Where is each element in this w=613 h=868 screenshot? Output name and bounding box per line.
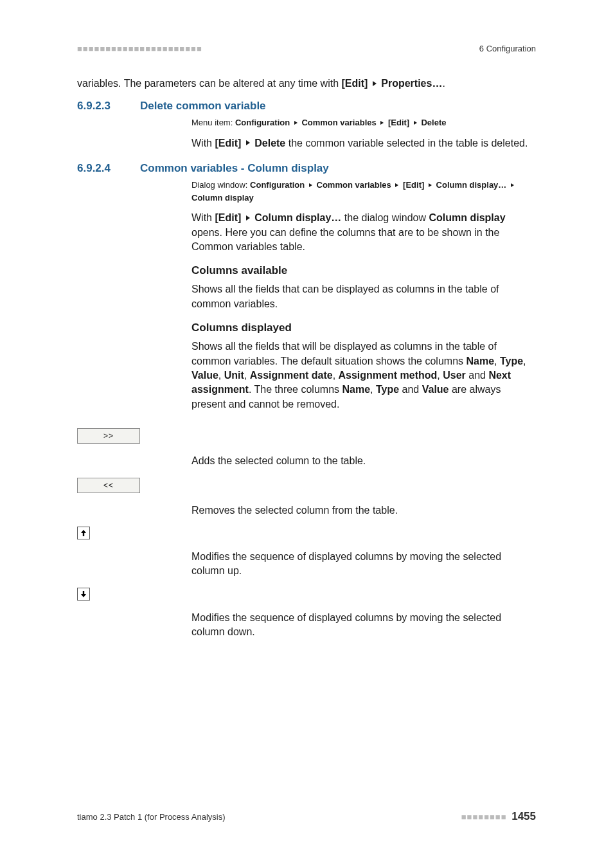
col-name: User <box>443 370 466 381</box>
columns-available-heading: Columns available <box>191 264 536 277</box>
menu-part: Column display… <box>436 180 507 190</box>
section-number: 6.9.2.3 <box>77 100 140 113</box>
columns-displayed-body: Shows all the fields that will be displa… <box>191 339 536 411</box>
triangle-icon <box>246 215 250 221</box>
properties-label: Properties… <box>381 78 442 89</box>
header-chapter: 6 Configuration <box>479 44 536 53</box>
edit-label: [Edit] <box>341 78 368 89</box>
sep: , <box>244 370 250 381</box>
section-6-9-2-4: 6.9.2.4 Common variables - Column displa… <box>77 162 536 411</box>
menu-part: [Edit] <box>403 180 424 190</box>
menu-path: Menu item: Configuration Common variable… <box>191 116 536 129</box>
dialog-path: Dialog window: Configuration Common vari… <box>191 179 536 204</box>
sep: , <box>494 356 500 366</box>
edit-label: [Edit] <box>215 212 241 223</box>
col-name: Assignment date <box>250 370 333 381</box>
columns-available-body: Shows all the fields that can be display… <box>191 282 536 311</box>
triangle-icon <box>511 183 514 187</box>
edit-label: [Edit] <box>215 138 241 149</box>
triangle-icon <box>309 183 312 187</box>
delete-label: Delete <box>254 138 285 149</box>
sep: , <box>333 370 339 381</box>
menu-part: Common variables <box>317 180 391 190</box>
intro-paragraph: variables. The parameters can be altered… <box>77 77 536 91</box>
move-down-button[interactable] <box>77 588 90 601</box>
page-number: 1455 <box>511 810 536 822</box>
remove-column-action: << Removes the selected column from the … <box>77 473 536 518</box>
menu-prefix: Dialog window: <box>191 180 250 190</box>
sep: and <box>399 384 422 395</box>
arrow-down-icon <box>80 590 87 598</box>
move-up-action: Modifies the sequence of displayed colum… <box>77 521 536 579</box>
sep: , <box>370 384 376 395</box>
arrow-up-icon <box>80 529 87 537</box>
col-name: Value <box>191 370 218 381</box>
section-title: Common variables - Column display <box>140 162 329 175</box>
text: With <box>191 212 215 223</box>
remove-column-description: Removes the selected column from the tab… <box>191 503 536 518</box>
section-heading-row: 6.9.2.3 Delete common variable <box>77 100 536 113</box>
col-name: Name <box>466 356 494 366</box>
sep: , <box>437 370 443 381</box>
footer-right: ■■■■■■■■ 1455 <box>461 810 536 823</box>
remove-column-button[interactable]: << <box>77 478 140 493</box>
footer-decoration: ■■■■■■■■ <box>461 812 507 822</box>
triangle-icon <box>395 183 398 187</box>
section-number: 6.9.2.4 <box>77 162 140 175</box>
menu-part: Common variables <box>301 118 376 127</box>
text: . <box>442 78 445 89</box>
triangle-icon <box>246 140 250 145</box>
text: Shows all the fields that will be displa… <box>191 341 497 366</box>
col-name: Type <box>376 384 399 395</box>
move-down-description: Modifies the sequence of displayed colum… <box>191 611 536 640</box>
triangle-icon <box>373 81 377 86</box>
section-6-9-2-3: 6.9.2.3 Delete common variable Menu item… <box>77 100 536 150</box>
menu-part: [Edit] <box>388 118 409 127</box>
text: the common variable selected in the tabl… <box>285 138 528 149</box>
columns-displayed-heading: Columns displayed <box>191 321 536 334</box>
text: opens. Here you can define the columns t… <box>191 227 499 252</box>
header-decoration-left: ■■■■■■■■■■■■■■■■■■■■■■ <box>77 44 202 53</box>
text: . The three columns <box>249 384 342 395</box>
col-name: Assignment method <box>339 370 438 381</box>
add-column-description: Adds the selected column to the table. <box>191 454 536 468</box>
menu-part: Configuration <box>250 180 305 190</box>
section-heading-row: 6.9.2.4 Common variables - Column displa… <box>77 162 536 175</box>
column-display-window: Column display <box>429 212 505 223</box>
col-name: Value <box>422 384 449 395</box>
triangle-icon <box>429 183 432 187</box>
text: variables. The parameters can be altered… <box>77 78 341 89</box>
text: With <box>191 138 215 149</box>
move-up-button[interactable] <box>77 527 90 539</box>
menu-prefix: Menu item: <box>191 118 235 127</box>
footer-product: tiamo 2.3 Patch 1 (for Process Analysis) <box>77 812 225 822</box>
section-paragraph: With [Edit] Delete the common variable s… <box>191 136 536 150</box>
sep: and <box>466 370 489 381</box>
move-down-action: Modifies the sequence of displayed colum… <box>77 583 536 640</box>
page: ■■■■■■■■■■■■■■■■■■■■■■ 6 Configuration v… <box>0 0 613 868</box>
content-area: variables. The parameters can be altered… <box>77 77 536 639</box>
triangle-icon <box>380 121 384 125</box>
triangle-icon <box>414 121 417 125</box>
menu-part: Column display <box>191 193 254 203</box>
col-name: Name <box>342 384 370 395</box>
col-name: Unit <box>224 370 244 381</box>
add-column-button[interactable]: >> <box>77 428 140 444</box>
page-footer: tiamo 2.3 Patch 1 (for Process Analysis)… <box>77 810 536 823</box>
page-header: ■■■■■■■■■■■■■■■■■■■■■■ 6 Configuration <box>77 44 536 53</box>
section-paragraph: With [Edit] Column display… the dialog w… <box>191 211 536 254</box>
text: the dialog window <box>341 212 429 223</box>
section-title: Delete common variable <box>140 100 266 113</box>
sep: , <box>523 356 526 366</box>
move-up-description: Modifies the sequence of displayed colum… <box>191 550 536 579</box>
triangle-icon <box>294 121 298 125</box>
add-column-action: >> Adds the selected column to the table… <box>77 423 536 468</box>
menu-part: Configuration <box>235 118 290 127</box>
sep: , <box>218 370 224 381</box>
column-display-label: Column display… <box>254 212 341 223</box>
col-name: Type <box>500 356 523 366</box>
menu-part: Delete <box>421 118 446 127</box>
